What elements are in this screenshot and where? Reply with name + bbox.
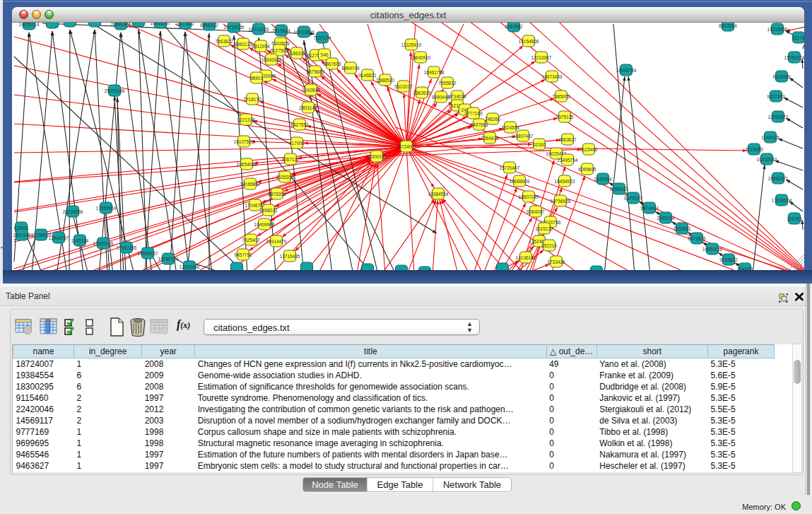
svg-text:16454923: 16454923: [555, 179, 575, 184]
svg-text:7357274: 7357274: [313, 35, 331, 40]
svg-text:6466102: 6466102: [200, 23, 218, 28]
svg-text:8454749: 8454749: [341, 66, 360, 71]
svg-text:3267110: 3267110: [282, 157, 300, 162]
svg-text:9777169: 9777169: [464, 111, 483, 116]
svg-text:17016504: 17016504: [772, 198, 792, 203]
svg-text:16543362: 16543362: [261, 57, 282, 62]
svg-text:2803144: 2803144: [299, 105, 317, 110]
svg-text:8912954: 8912954: [252, 44, 270, 49]
svg-text:5875685: 5875685: [306, 69, 324, 74]
svg-text:19384554: 19384554: [428, 192, 449, 197]
svg-text:12213967: 12213967: [531, 55, 552, 60]
svg-text:16914479: 16914479: [266, 239, 287, 244]
svg-text:8471676: 8471676: [688, 236, 706, 241]
svg-text:3624554: 3624554: [501, 125, 519, 130]
svg-text:116753: 116753: [787, 216, 802, 221]
svg-text:8813054: 8813054: [719, 23, 737, 28]
svg-text:9474444: 9474444: [640, 206, 659, 211]
svg-text:9084067: 9084067: [526, 209, 545, 214]
svg-text:1362615: 1362615: [413, 90, 431, 95]
svg-text:10973493: 10973493: [542, 74, 563, 79]
svg-text:10958107: 10958107: [138, 251, 158, 256]
svg-text:12923446: 12923446: [180, 264, 200, 269]
svg-text:2364436: 2364436: [481, 136, 499, 141]
svg-text:7515524: 7515524: [272, 28, 290, 33]
svg-text:12942757: 12942757: [49, 235, 69, 240]
svg-text:15692371: 15692371: [768, 176, 789, 181]
svg-text:15720407: 15720407: [500, 165, 520, 170]
svg-text:3215955: 3215955: [745, 147, 763, 152]
svg-text:10654983: 10654983: [237, 162, 257, 167]
svg-text:17359924: 17359924: [96, 206, 117, 211]
svg-text:19166852: 19166852: [240, 182, 261, 187]
svg-text:7955812: 7955812: [438, 81, 457, 86]
svg-text:25300293: 25300293: [367, 154, 387, 159]
svg-text:16033809: 16033809: [294, 30, 314, 35]
svg-text:6099695: 6099695: [578, 167, 596, 172]
svg-text:5322037: 5322037: [394, 84, 413, 89]
svg-text:12093872: 12093872: [768, 115, 789, 119]
svg-text:15751074: 15751074: [784, 55, 804, 60]
svg-text:9115460: 9115460: [580, 147, 598, 152]
svg-text:9242848: 9242848: [302, 88, 320, 93]
svg-text:13716485: 13716485: [280, 254, 300, 259]
svg-text:16782759: 16782759: [158, 257, 179, 262]
svg-text:10654112: 10654112: [702, 247, 723, 252]
svg-text:1244415: 1244415: [761, 135, 779, 140]
svg-text:16154808: 16154808: [519, 39, 539, 44]
svg-text:746266: 746266: [485, 117, 500, 122]
svg-text:9457791: 9457791: [234, 252, 252, 257]
svg-text:9245652: 9245652: [719, 257, 738, 262]
svg-text:16713155: 16713155: [249, 27, 269, 32]
svg-text:10756928: 10756928: [551, 199, 571, 204]
svg-text:10719155: 10719155: [224, 25, 245, 30]
svg-text:7632621: 7632621: [673, 226, 691, 231]
svg-text:8660123: 8660123: [234, 42, 252, 47]
svg-text:12505135: 12505135: [93, 241, 114, 246]
svg-text:3498222: 3498222: [259, 208, 278, 213]
svg-text:252214: 252214: [541, 243, 557, 248]
svg-text:23495754: 23495754: [558, 158, 578, 163]
svg-text:9146821: 9146821: [358, 73, 377, 78]
svg-text:8427552: 8427552: [290, 122, 309, 127]
svg-text:62160: 62160: [533, 142, 546, 147]
svg-text:8186323: 8186323: [288, 51, 306, 56]
svg-text:7625402: 7625402: [242, 238, 260, 243]
svg-text:1615132: 1615132: [535, 226, 553, 231]
svg-text:2935114: 2935114: [657, 216, 675, 221]
svg-text:1221338: 1221338: [237, 117, 255, 122]
svg-text:2867608: 2867608: [323, 62, 341, 66]
svg-text:546: 546: [321, 52, 329, 57]
svg-text:17957255: 17957255: [117, 245, 137, 250]
svg-text:16648784: 16648784: [616, 68, 637, 73]
svg-text:16210643: 16210643: [757, 157, 777, 162]
svg-text:9227343: 9227343: [767, 94, 785, 99]
svg-text:1640954: 1640954: [594, 177, 612, 182]
svg-text:9127503: 9127503: [270, 48, 288, 53]
svg-text:10653287: 10653287: [151, 23, 171, 25]
svg-text:2911546: 2911546: [13, 233, 31, 238]
svg-text:16409948: 16409948: [254, 222, 275, 227]
svg-text:11325419: 11325419: [401, 42, 422, 47]
svg-text:6379197: 6379197: [624, 196, 642, 201]
svg-text:10688609: 10688609: [510, 179, 530, 184]
svg-text:1975115: 1975115: [556, 115, 574, 119]
svg-text:8958923: 8958923: [610, 187, 628, 192]
svg-text:10807487: 10807487: [513, 134, 534, 139]
svg-text:5878352: 5878352: [268, 192, 286, 197]
svg-text:11178: 11178: [792, 35, 804, 40]
svg-text:2087682: 2087682: [505, 24, 523, 29]
svg-text:7663822: 7663822: [215, 39, 233, 44]
svg-text:1535359: 1535359: [276, 175, 294, 180]
svg-text:1588520: 1588520: [376, 78, 394, 83]
svg-text:1527602: 1527602: [176, 23, 194, 26]
svg-text:6497568: 6497568: [470, 122, 488, 127]
svg-text:7485003: 7485003: [552, 94, 570, 99]
svg-text:417006: 417006: [289, 141, 305, 146]
svg-text:16107553: 16107553: [234, 139, 254, 144]
svg-text:20691406: 20691406: [111, 23, 131, 27]
svg-text:9129966: 9129966: [772, 74, 791, 79]
svg-text:2718170: 2718170: [243, 97, 261, 102]
svg-text:16961758: 16961758: [424, 70, 445, 75]
svg-text:20206556: 20206556: [63, 209, 83, 214]
